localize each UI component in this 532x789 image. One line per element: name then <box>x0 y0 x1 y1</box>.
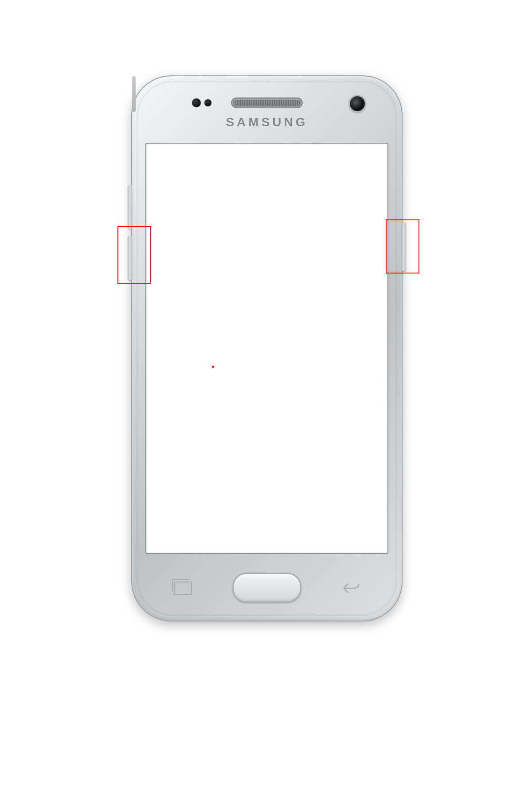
annotation-right-highlight <box>386 219 419 273</box>
volume-up-button[interactable] <box>128 185 132 229</box>
phone-frame: SAMSUNG <box>131 75 403 621</box>
annotation-left-highlight <box>117 226 151 284</box>
recent-apps-icon <box>174 582 192 595</box>
back-button[interactable] <box>340 580 362 596</box>
front-camera-icon <box>348 95 366 113</box>
home-button[interactable] <box>232 573 301 603</box>
annotation-dot-icon <box>212 366 214 368</box>
earpiece-speaker <box>231 98 303 108</box>
bottom-bezel <box>132 554 402 621</box>
top-bezel: SAMSUNG <box>132 76 402 143</box>
back-icon <box>341 581 360 595</box>
recent-apps-button[interactable] <box>172 580 194 596</box>
brand-label: SAMSUNG <box>226 115 308 129</box>
sensor-dot-icon <box>204 99 211 106</box>
screen[interactable] <box>145 143 388 554</box>
sensor-dot-icon <box>192 98 201 107</box>
proximity-sensors <box>192 98 211 107</box>
